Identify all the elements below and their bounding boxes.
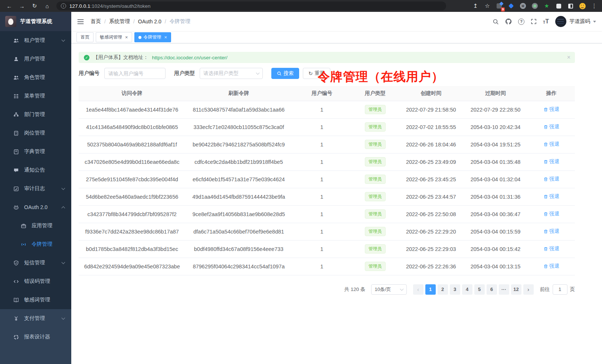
user-type-cell: 管理员 [351, 258, 399, 275]
expire-time-cell: 2054-03-04 00:15:42 [463, 240, 528, 258]
prev-page-button[interactable]: ‹ [413, 284, 423, 295]
user-icon [13, 56, 19, 62]
active-tab-dot [138, 36, 141, 39]
user-type-select[interactable]: 请选择用户类型 [200, 68, 263, 79]
sidebar-item-role[interactable]: 角色管理 [0, 68, 71, 87]
chevron-down-icon [593, 21, 596, 24]
page-ellipsis[interactable]: ··· [499, 284, 509, 295]
reload-icon[interactable]: ↻ [31, 3, 38, 9]
page-button-6[interactable]: 6 [487, 284, 497, 295]
page-size-select[interactable]: 10条/页 [371, 284, 407, 295]
extension-adblock-icon[interactable]: 9 [496, 3, 503, 9]
notice-icon [13, 168, 19, 173]
force-logout-button[interactable]: 强退 [543, 245, 559, 252]
user-id-cell: 1 [292, 153, 351, 171]
force-logout-button[interactable]: 强退 [543, 123, 559, 130]
breadcrumb-item[interactable]: 系统管理 [109, 18, 130, 25]
user-type-tag: 管理员 [365, 175, 386, 184]
search-button[interactable]: 搜索 [271, 68, 299, 79]
sidebar-item-label: 支付管理 [24, 315, 45, 322]
sidebar-item-notice[interactable]: 通知公告 [0, 161, 71, 179]
url-bar[interactable]: i 127.0.0.1:1024/system/oauth2/token [56, 1, 446, 10]
tab-home[interactable]: 首页 [76, 32, 94, 42]
sidebar-item-menu[interactable]: 菜单管理 [0, 87, 71, 105]
profile-avatar-icon[interactable] [579, 3, 586, 9]
tab-sensitive[interactable]: 敏感词管理× [96, 32, 132, 42]
breadcrumb-item[interactable]: OAuth 2.0 [138, 19, 161, 24]
sidebar-item-audit[interactable]: 审计日志 [0, 179, 71, 198]
sidebar-item-tenant[interactable]: 租户管理 [0, 31, 71, 50]
bookmark-star-icon[interactable]: ☆ [484, 3, 491, 9]
page-button-2[interactable]: 2 [438, 284, 448, 295]
tab-token[interactable]: 令牌管理× [134, 32, 171, 42]
extension-star-icon[interactable]: ★ [543, 3, 550, 9]
font-size-icon[interactable]: TT [543, 19, 549, 24]
force-logout-button[interactable]: 强退 [543, 263, 559, 269]
access-token-cell: 54d6be82ee5a460a9aedc1f9bf223656 [79, 188, 185, 205]
force-logout-button[interactable]: 强退 [543, 193, 559, 200]
sidebar-item-pay[interactable]: 支付管理 [0, 309, 71, 328]
sidebar-item-sensitive[interactable]: 敏感词管理 [0, 291, 71, 309]
sidebar-item-report[interactable]: 报表设计器 [0, 328, 71, 346]
user-menu[interactable]: 芋道源码 [555, 16, 596, 27]
sidebar-item-oauth2-app[interactable]: 应用管理 [0, 216, 71, 235]
reading-list-icon[interactable] [567, 3, 574, 9]
github-icon[interactable] [505, 18, 512, 25]
pagination-total: 共 120 条 [344, 286, 365, 293]
force-logout-button[interactable]: 强退 [543, 211, 559, 217]
force-logout-button[interactable]: 强退 [543, 141, 559, 148]
fullscreen-icon[interactable] [531, 19, 537, 24]
doc-alert-link[interactable]: https://doc.iocoder.cn/user-center/ [152, 55, 228, 60]
expire-time-cell: 2054-03-04 00:36:47 [463, 205, 528, 223]
close-icon[interactable]: × [125, 34, 128, 40]
extension-record-icon[interactable] [531, 3, 538, 9]
force-logout-button[interactable]: 强退 [543, 176, 559, 182]
pay-icon [13, 316, 19, 321]
user-id-input[interactable] [104, 68, 166, 79]
column-header: 过期时间 [463, 86, 528, 101]
sidebar-item-oauth2-token[interactable]: 令牌管理 [0, 235, 71, 254]
access-token-cell: f9336e7c7dd242a283ee98dc86b17a87 [79, 223, 185, 240]
sidebar-item-sms[interactable]: 短信管理 [0, 254, 71, 272]
help-icon[interactable]: ? [518, 19, 524, 25]
next-page-button[interactable]: › [523, 284, 534, 295]
sidebar-item-dept[interactable]: 部门管理 [0, 105, 71, 124]
org-icon [13, 112, 19, 118]
goto-page-input[interactable] [553, 284, 567, 295]
extension-gem-icon[interactable] [508, 3, 514, 9]
sidebar-item-post[interactable]: 岗位管理 [0, 124, 71, 142]
home-icon[interactable]: ⌂ [44, 3, 50, 9]
site-info-icon[interactable]: i [61, 3, 66, 9]
top-navbar: 首页/系统管理/OAuth 2.0/令牌管理 ? TT 芋道源码 [71, 12, 602, 31]
hamburger-icon[interactable] [77, 19, 84, 24]
table-row: 6d842e2924594de9a09e45e087323abe8796295f… [79, 258, 575, 275]
sidebar-item-dict[interactable]: 字典管理 [0, 142, 71, 161]
sidebar-item-errcode[interactable]: 错误码管理 [0, 272, 71, 291]
extension-command-icon[interactable]: ⌘ [520, 3, 526, 9]
chevron-down-icon [256, 71, 260, 75]
table-row: 54d6be82ee5a460a9aedc1f9bf22365649d1aa46… [79, 188, 575, 205]
create-time-cell: 2022-06-25 22:29:20 [399, 223, 463, 240]
close-icon[interactable]: × [164, 34, 167, 40]
share-icon[interactable]: ↥ [472, 3, 479, 9]
page-button-1[interactable]: 1 [425, 284, 436, 295]
page-button-12[interactable]: 12 [511, 284, 521, 295]
close-icon[interactable]: × [567, 54, 570, 61]
page-button-5[interactable]: 5 [474, 284, 485, 295]
forward-icon[interactable]: → [19, 3, 25, 9]
back-icon[interactable]: ← [6, 3, 13, 9]
extensions-puzzle-icon[interactable] [555, 3, 562, 9]
sidebar-item-user[interactable]: 用户管理 [0, 50, 71, 68]
browser-menu-icon[interactable]: ⋮ [591, 3, 598, 9]
breadcrumb-item[interactable]: 首页 [91, 18, 101, 25]
user-id-cell: 1 [292, 118, 351, 136]
sidebar-item-oauth2[interactable]: OAuth 2.0 [0, 198, 71, 216]
force-logout-button[interactable]: 强退 [543, 158, 559, 165]
page-button-4[interactable]: 4 [462, 284, 472, 295]
sidebar: 芋道管理系统 租户管理用户管理角色管理菜单管理部门管理岗位管理字典管理通知公告审… [0, 12, 71, 364]
action-cell: 强退 [528, 171, 575, 188]
search-icon[interactable] [493, 19, 499, 25]
page-button-3[interactable]: 3 [450, 284, 460, 295]
force-logout-button[interactable]: 强退 [543, 106, 559, 113]
force-logout-button[interactable]: 强退 [543, 228, 559, 235]
